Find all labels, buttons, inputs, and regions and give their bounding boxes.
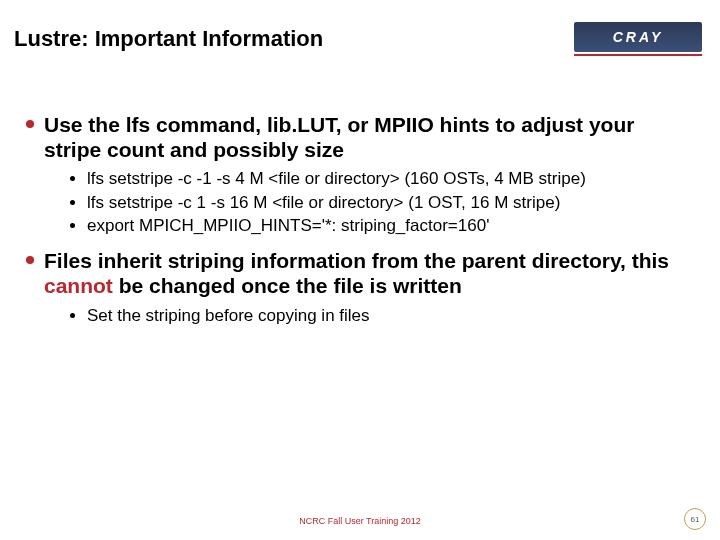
logo-text: CRAY bbox=[613, 29, 664, 45]
bullet-dot-icon bbox=[70, 313, 75, 318]
sub-bullets: Set the striping before copying in files bbox=[70, 305, 694, 326]
sub-bullet-text: export MPICH_MPIIO_HINTS='*: striping_fa… bbox=[87, 215, 489, 236]
bullet-dot-icon bbox=[70, 223, 75, 228]
text-post: be changed once the file is written bbox=[113, 274, 462, 297]
page-number: 61 bbox=[691, 515, 700, 524]
footer-text: NCRC Fall User Training 2012 bbox=[0, 516, 720, 526]
sub-bullets: lfs setstripe -c -1 -s 4 M <file or dire… bbox=[70, 168, 694, 236]
bullet-level1: Use the lfs command, lib.LUT, or MPIIO h… bbox=[26, 112, 694, 162]
slide-title: Lustre: Important Information bbox=[14, 26, 323, 52]
text-pre: Files inherit striping information from … bbox=[44, 249, 669, 272]
bullet-dot-icon bbox=[26, 120, 34, 128]
sub-bullet-text: lfs setstripe -c 1 -s 16 M <file or dire… bbox=[87, 192, 560, 213]
sub-bullet-text: Set the striping before copying in files bbox=[87, 305, 370, 326]
bullet-dot-icon bbox=[70, 200, 75, 205]
bullet-level1: Files inherit striping information from … bbox=[26, 248, 694, 298]
bullet-dot-icon bbox=[70, 176, 75, 181]
bullet-level2: lfs setstripe -c 1 -s 16 M <file or dire… bbox=[70, 192, 694, 213]
content-area: Use the lfs command, lib.LUT, or MPIIO h… bbox=[26, 112, 694, 338]
page-number-badge: 61 bbox=[684, 508, 706, 530]
bullet-level2: lfs setstripe -c -1 -s 4 M <file or dire… bbox=[70, 168, 694, 189]
slide: Lustre: Important Information CRAY Use t… bbox=[0, 0, 720, 540]
sub-bullet-text: lfs setstripe -c -1 -s 4 M <file or dire… bbox=[87, 168, 586, 189]
logo-underline bbox=[574, 54, 702, 56]
brand-logo: CRAY bbox=[574, 22, 702, 52]
text-emphasis-red: cannot bbox=[44, 274, 113, 297]
bullet-level2: export MPICH_MPIIO_HINTS='*: striping_fa… bbox=[70, 215, 694, 236]
logo-box: CRAY bbox=[574, 22, 702, 52]
bullet-dot-icon bbox=[26, 256, 34, 264]
bullet-text: Files inherit striping information from … bbox=[44, 248, 694, 298]
bullet-text: Use the lfs command, lib.LUT, or MPIIO h… bbox=[44, 112, 694, 162]
bullet-level2: Set the striping before copying in files bbox=[70, 305, 694, 326]
